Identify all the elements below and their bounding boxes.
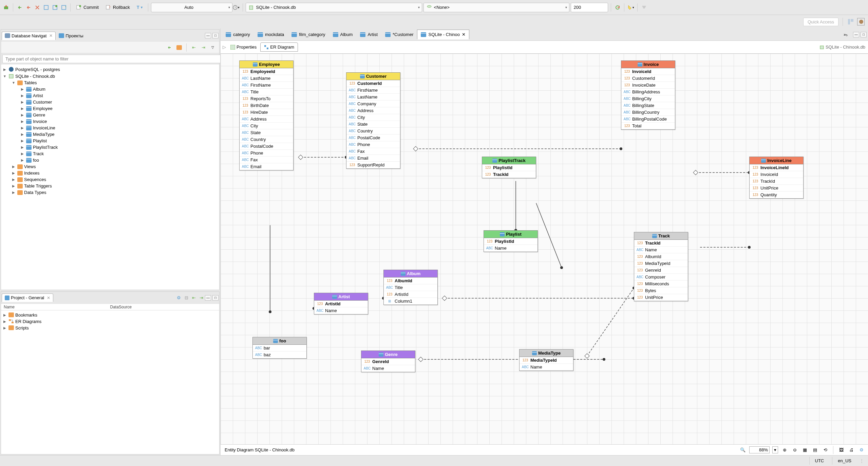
tab-er-diagram[interactable]: ER Diagram: [260, 42, 298, 52]
disconnect-all-icon[interactable]: [34, 4, 41, 11]
new-connection-icon[interactable]: [3, 4, 10, 11]
gear-icon[interactable]: ⚙: [175, 294, 183, 302]
er-column[interactable]: ABCName: [634, 247, 688, 253]
quick-access-input[interactable]: Quick Access: [803, 18, 838, 26]
col-name[interactable]: Name: [4, 305, 110, 309]
expand-arrow-icon[interactable]: ▶: [20, 126, 25, 130]
er-column[interactable]: ABCFax: [346, 148, 400, 155]
menu-icon[interactable]: ▽: [209, 44, 216, 51]
er-column[interactable]: ABCBillingCity: [621, 95, 675, 102]
table-invoice[interactable]: ▶Invoice: [1, 118, 219, 125]
er-column-pk[interactable]: 123TrackId: [482, 171, 536, 178]
er-column[interactable]: ABCBillingState: [621, 102, 675, 109]
er-column-pk[interactable]: 123PlaylistId: [484, 238, 537, 245]
er-column[interactable]: 123GenreId: [634, 267, 688, 274]
er-column[interactable]: 123TrackId: [750, 178, 803, 185]
expand-arrow-icon[interactable]: ▶: [20, 145, 25, 149]
er-table-playlist[interactable]: Playlist123PlaylistIdABCName: [484, 230, 538, 252]
er-table-header[interactable]: foo: [253, 337, 306, 345]
zoom-input[interactable]: [749, 446, 770, 453]
er-column[interactable]: ABCAddress: [346, 107, 400, 114]
search-icon[interactable]: 🔍: [739, 446, 747, 454]
rollback-button[interactable]: Rollback: [103, 4, 133, 11]
er-column[interactable]: ABCTitle: [240, 89, 293, 95]
er-column[interactable]: ABCLastName: [240, 75, 293, 82]
er-column[interactable]: 123BirthDate: [240, 102, 293, 109]
er-column[interactable]: ABCEmail: [346, 155, 400, 162]
expand-arrow-icon[interactable]: ▶: [20, 152, 25, 156]
er-column[interactable]: 123ReportsTo: [240, 95, 293, 102]
schema-dropdown[interactable]: <None>: [423, 3, 569, 12]
folder-sequences[interactable]: ▶Sequences: [1, 176, 219, 183]
refresh-icon[interactable]: [614, 4, 621, 11]
history-icon[interactable]: ▾: [232, 4, 240, 11]
er-column[interactable]: ABCPhone: [240, 150, 293, 157]
er-column[interactable]: ABCAddress: [240, 116, 293, 123]
settings-icon[interactable]: ⚙: [858, 446, 865, 454]
table-mediatype[interactable]: ▶MediaType: [1, 131, 219, 138]
expand-arrow-icon[interactable]: ▶: [20, 87, 25, 91]
er-column[interactable]: 123Quantity: [750, 192, 803, 198]
expand-arrow-icon[interactable]: ▶: [11, 178, 16, 181]
er-column-pk[interactable]: 123CustomerId: [346, 80, 400, 87]
expand-arrow-icon[interactable]: ▶: [11, 191, 16, 194]
grid-icon[interactable]: ▤: [811, 446, 819, 454]
er-table-album[interactable]: Album123AlbumIdABCTitle123ArtistId⊞Colum…: [383, 270, 438, 305]
er-column[interactable]: 123UnitPrice: [750, 185, 803, 192]
er-column-pk[interactable]: 123ArtistId: [314, 301, 368, 307]
er-table-header[interactable]: PlaylistTrack: [482, 157, 536, 164]
er-column[interactable]: ABCPhone: [346, 141, 400, 148]
er-column[interactable]: ABCName: [520, 364, 573, 371]
er-column[interactable]: ABCCity: [346, 114, 400, 121]
sql-editor-icon[interactable]: [42, 4, 50, 11]
expand-arrow-icon[interactable]: ▶: [20, 107, 25, 110]
er-column[interactable]: ABCCompany: [346, 101, 400, 107]
col-datasource[interactable]: DataSource: [110, 305, 217, 309]
er-column[interactable]: 123MediaTypeId: [634, 260, 688, 267]
er-column[interactable]: ABCCountry: [240, 136, 293, 143]
er-table-header[interactable]: Track: [634, 232, 688, 240]
minimize-button[interactable]: ―: [205, 33, 211, 38]
project-item-bookmarks[interactable]: ▶Bookmarks: [1, 312, 219, 318]
er-column[interactable]: ABCBillingPostalCode: [621, 116, 675, 123]
table-playlisttrack[interactable]: ▶PlaylistTrack: [1, 144, 219, 150]
er-column[interactable]: ABCBillingCountry: [621, 109, 675, 116]
nav-filter-input[interactable]: [2, 55, 221, 63]
er-column[interactable]: ABCName: [484, 245, 537, 252]
overflow-indicator[interactable]: »₅: [844, 32, 848, 37]
project-item-diagrams[interactable]: ▶ER Diagrams: [1, 318, 219, 325]
close-icon[interactable]: ✕: [462, 32, 466, 37]
folder-views[interactable]: ▶Views: [1, 163, 219, 170]
tables-folder[interactable]: ▼ Tables: [1, 79, 219, 86]
tx-mode-dropdown[interactable]: Auto: [151, 3, 232, 12]
editor-tab-album[interactable]: Album: [329, 30, 357, 39]
er-column[interactable]: ABCPostalCode: [240, 143, 293, 150]
er-table-employee[interactable]: Employee123EmployeeIdABCLastNameABCFirst…: [239, 60, 294, 171]
table-track[interactable]: ▶Track: [1, 150, 219, 157]
editor-tab-mockdata[interactable]: mockdata: [254, 30, 288, 39]
er-table-genre[interactable]: Genre123GenreIdABCName: [361, 351, 415, 372]
sql-recent-icon[interactable]: [60, 4, 68, 11]
minimize-button[interactable]: ―: [205, 295, 211, 301]
er-column[interactable]: ABCbar: [253, 345, 306, 352]
er-column[interactable]: ABCBillingAddress: [621, 89, 675, 95]
er-column-pk[interactable]: 123GenreId: [361, 358, 415, 365]
er-table-header[interactable]: Employee: [240, 61, 293, 68]
expand-arrow-icon[interactable]: ▶: [20, 120, 25, 123]
expand-arrow-icon[interactable]: ▶: [20, 132, 25, 136]
er-column[interactable]: ABCbaz: [253, 352, 306, 358]
er-table-playlisttrack[interactable]: PlaylistTrack123PlaylistId123TrackId: [482, 157, 536, 178]
er-column[interactable]: ABCComposer: [634, 274, 688, 281]
collapse-icon[interactable]: ⊟: [183, 294, 190, 302]
table-artist[interactable]: ▶Artist: [1, 92, 219, 99]
er-table-header[interactable]: Playlist: [484, 231, 537, 238]
highlight-icon[interactable]: ▾: [627, 4, 635, 11]
perspective-icon[interactable]: [857, 18, 865, 25]
er-table-header[interactable]: Album: [384, 270, 437, 277]
expand-arrow-icon[interactable]: ▶: [11, 184, 16, 188]
er-table-artist[interactable]: Artist123ArtistIdABCName: [314, 293, 368, 315]
expand-arrow-icon[interactable]: ▶: [11, 171, 16, 175]
expand-arrow-icon[interactable]: ▶: [20, 158, 25, 162]
er-column-pk[interactable]: 123PlaylistId: [482, 164, 536, 171]
table-employee[interactable]: ▶Employee: [1, 105, 219, 112]
